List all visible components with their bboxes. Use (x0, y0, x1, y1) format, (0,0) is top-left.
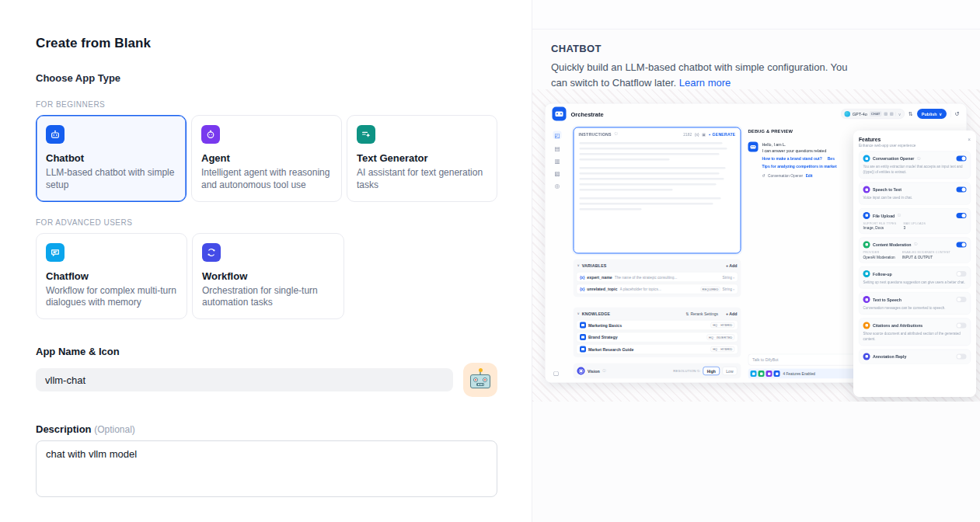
annotation-reply-icon (863, 353, 870, 360)
workflow-icon (202, 243, 221, 262)
edit-opener-link: Edit (806, 173, 813, 178)
debug-preview-column: DEBUG & PREVIEW Hello, I am L. I can ans… (748, 129, 861, 178)
app-type-title: Text Generator (357, 152, 487, 164)
feature-toggle (957, 156, 967, 162)
description-textarea[interactable]: chat with vllm model (36, 440, 497, 497)
page-title: Create from Blank (36, 36, 497, 51)
create-app-modal: Create from Blank Choose App Type FOR BE… (0, 0, 980, 522)
app-type-title: Chatbot (46, 152, 176, 164)
rail-bottom-icon: ▢ (553, 370, 559, 377)
generate-button: ⋆ GENERATE (708, 132, 735, 137)
citations-icon (863, 322, 870, 329)
model-mini-icon (884, 112, 888, 116)
rail-icon: ▤ (554, 146, 560, 152)
info-icon: ⓘ (917, 156, 921, 162)
app-type-title: Agent (201, 152, 332, 164)
app-type-desc: AI assistant for text generation tasks (357, 167, 487, 192)
rerank-settings: ⇅ Rerank Settings (685, 311, 718, 316)
feature-card: Follow-up Setting up next questions sugg… (859, 266, 971, 289)
app-name-row (36, 363, 497, 397)
feature-mini-icon (766, 371, 772, 377)
feature-mini-icon (774, 371, 780, 377)
follow-up-icon (863, 270, 870, 277)
app-type-preview-pane: CHATBOT Quickly build an LLM-based chatb… (532, 0, 980, 522)
feature-toggle (957, 187, 967, 193)
chevron-down-icon: ∨ (895, 112, 901, 117)
speech-to-text-icon (863, 186, 870, 193)
app-type-card-agent[interactable]: Agent Intelligent agent with reasoning a… (191, 115, 342, 202)
feature-toggle (957, 322, 967, 328)
add-knowledge-button: + Add (726, 311, 738, 316)
rail-icon: ◎ (555, 183, 560, 190)
app-type-title: Workflow (202, 270, 334, 282)
for-beginners-label: FOR BEGINNERS (36, 100, 497, 109)
copy-icon: ▣ (702, 132, 706, 137)
conversation-opener-icon (863, 155, 870, 162)
chevron-down-icon: ∨ (577, 311, 580, 315)
knowledge-row: Brand Strategy HQ · INVERTED (577, 332, 738, 343)
rerank-icon: ⇅ (685, 311, 689, 316)
opener-icon: ↺ (762, 173, 766, 178)
feature-mini-icon (751, 371, 757, 377)
features-enabled-bar: 4 Features Enabled (748, 369, 867, 379)
suggestion-link: Tips for analyzing competitors in market (762, 164, 837, 169)
feature-card: Annotation Reply (859, 349, 971, 364)
bot-avatar (748, 142, 759, 152)
features-panel: Features × Enhance web-app user experien… (853, 130, 976, 397)
content-moderation-icon (863, 241, 870, 248)
feature-toggle (957, 353, 967, 359)
app-type-card-workflow[interactable]: Workflow Orchestration for single-turn a… (192, 233, 344, 320)
knowledge-row: Market Research Guide HQ · HYBRID (577, 344, 738, 354)
dataset-icon (580, 346, 586, 353)
feature-toggle (957, 242, 967, 247)
app-type-desc: LLM-based chatbot with simple setup (46, 167, 176, 192)
dataset-icon (580, 322, 586, 329)
app-type-card-chatbot[interactable]: Chatbot LLM-based chatbot with simple se… (36, 115, 187, 202)
resolution-low-chip: Low (722, 367, 737, 375)
app-type-desc: Intelligent agent with reasoning and aut… (201, 167, 332, 192)
chevron-down-icon: ∨ (577, 263, 580, 267)
knowledge-row: Marketing Basics HQ · HYBRID (577, 320, 738, 330)
model-selector: GPT-4o CHAT ∨ (841, 109, 905, 119)
for-advanced-label: FOR ADVANCED USERS (36, 218, 497, 227)
resolution-label: RESOLUTION ⓘ (673, 369, 700, 374)
create-from-blank-pane: Create from Blank Choose App Type FOR BE… (0, 0, 532, 522)
close-icon: × (968, 137, 971, 143)
instructions-placeholder-lines (574, 139, 741, 217)
learn-more-link[interactable]: Learn more (679, 77, 731, 89)
variable-icon: {x} (695, 132, 699, 137)
vision-section: Vision ⓘ RESOLUTION ⓘ High Low (574, 364, 741, 379)
suggestion-link: Bes (828, 156, 835, 161)
chatflow-icon (46, 243, 65, 262)
feature-toggle (957, 297, 967, 302)
preview-description: Quickly build an LLM-based chatbot with … (551, 60, 859, 91)
dataset-icon (580, 334, 586, 340)
advanced-app-types: Chatflow Workflow for complex multi-turn… (36, 233, 497, 320)
app-icon-picker[interactable] (463, 363, 497, 397)
feature-card: Content Moderation ⓘ PROVIDEROpenAI Mode… (859, 237, 971, 263)
app-type-card-text-generator[interactable]: Text Generator AI assistant for text gen… (347, 115, 497, 202)
app-name-input[interactable] (36, 368, 453, 392)
preview-screenshot-area: Orchestrate GPT-4o CHAT ∨ ⇅ (532, 89, 980, 402)
shot-left-rail: ◰ ▤ ▥ ▧ ◎ (546, 127, 570, 190)
variable-row: {x} expert_name The name of the strategi… (577, 272, 738, 282)
knowledge-section: ∨ KNOWLEDGE ⇅ Rerank Settings + Add Mark… (574, 308, 741, 358)
instructions-panel: INSTRUCTIONS ⓘ 2182 {x} ▣ ⋆ GENERATE (574, 127, 741, 254)
rail-icon: ▧ (554, 171, 560, 177)
agent-icon (201, 125, 220, 144)
feature-card: Speech to Text Voice input can be used i… (859, 183, 971, 205)
rail-orchestrate-icon: ◰ (553, 131, 561, 140)
app-type-card-chatflow[interactable]: Chatflow Workflow for complex multi-turn… (36, 233, 187, 320)
shot-header: Orchestrate GPT-4o CHAT ∨ ⇅ (546, 104, 967, 124)
preview-head: CHATBOT Quickly build an LLM-based chatb… (532, 30, 980, 91)
feature-card: Conversation Opener ⓘ You are an entity … (859, 151, 971, 179)
variable-row: {x} unrelated_topic A placeholder for to… (577, 284, 738, 294)
tune-icon: ⇅ (909, 111, 913, 117)
robot-emoji-icon (470, 371, 490, 388)
feature-toggle (957, 213, 967, 218)
app-type-desc: Orchestration for single-turn automation… (202, 285, 334, 310)
shot-title: Orchestrate (571, 110, 604, 117)
add-variable-button: + Add (726, 263, 738, 268)
feature-card: Text to Speech Conversation messages can… (859, 292, 971, 315)
chat-input-preview: Talk to DifyBot (748, 354, 867, 366)
